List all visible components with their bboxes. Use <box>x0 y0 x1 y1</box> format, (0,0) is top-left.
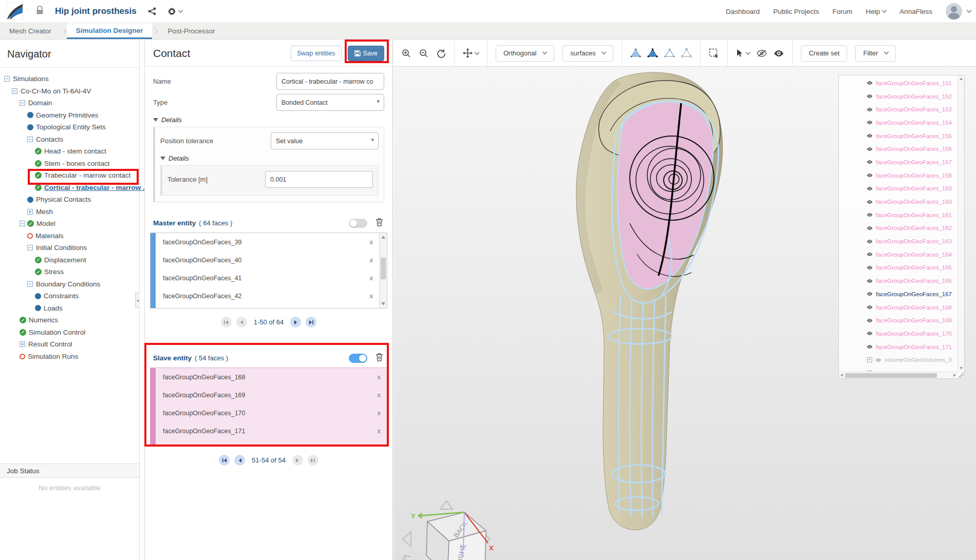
face-list-item[interactable]: faceGroupOnGeoFaces_156 <box>839 142 957 156</box>
select-volume-icon[interactable] <box>630 48 641 59</box>
visibility-eye-icon[interactable] <box>867 318 873 323</box>
face-list-item[interactable]: faceGroupOnGeoFaces_168 <box>839 301 957 314</box>
face-list-item[interactable]: faceGroupOnGeoFaces_169 <box>839 314 957 327</box>
visibility-eye-icon[interactable] <box>867 81 873 85</box>
master-list-scrollbar[interactable] <box>379 233 387 308</box>
face-list-item[interactable]: faceGroupOnGeoFaces_161 <box>839 208 957 222</box>
chevron-down-icon[interactable] <box>967 8 972 13</box>
slave-delete-icon[interactable] <box>376 353 383 363</box>
select-edge-icon[interactable] <box>664 48 675 59</box>
face-list-vscrollbar[interactable] <box>958 75 964 372</box>
collapse-icon[interactable]: − <box>27 137 33 142</box>
visibility-eye-icon[interactable] <box>867 186 873 191</box>
remove-entity-icon[interactable]: x <box>370 238 373 246</box>
collapse-icon[interactable]: − <box>27 245 33 250</box>
visibility-eye-icon[interactable] <box>867 120 873 125</box>
remove-entity-icon[interactable]: x <box>378 427 381 435</box>
viewport-canvas[interactable]: faceGroupOnGeoFaces_151faceGroupOnGeoFac… <box>393 67 976 560</box>
inner-details-toggle[interactable]: Details <box>160 155 379 162</box>
expand-icon[interactable]: + <box>20 341 25 347</box>
expand-icon[interactable]: + <box>27 209 33 215</box>
select-face-icon[interactable] <box>647 48 658 59</box>
tree-item-physical-contacts[interactable]: Physical Contacts <box>0 194 139 206</box>
visibility-eye-icon[interactable] <box>867 213 873 217</box>
visibility-eye-icon[interactable] <box>867 292 873 296</box>
visibility-eye-icon[interactable] <box>867 107 873 112</box>
face-list-item[interactable]: +volumeOnGeoVolumes_4 <box>839 366 957 371</box>
share-icon[interactable] <box>148 7 156 15</box>
page-next-button[interactable] <box>292 455 303 466</box>
visibility-eye-icon[interactable] <box>867 331 873 336</box>
tree-item-numerics[interactable]: ✓Numerics <box>0 314 139 326</box>
tree-item-displacement[interactable]: ✓Displacement <box>0 254 139 266</box>
details-toggle[interactable]: Details <box>153 116 384 124</box>
face-list-item[interactable]: faceGroupOnGeoFaces_162 <box>839 222 957 235</box>
master-highlight-toggle[interactable] <box>349 219 367 228</box>
swap-entities-button[interactable]: Swap entities <box>291 46 341 61</box>
nav-link-username[interactable]: AnnaFless <box>899 8 932 15</box>
page-last-button[interactable] <box>308 455 318 466</box>
face-list-item[interactable]: faceGroupOnGeoFaces_151 <box>839 76 957 90</box>
page-prev-button[interactable] <box>234 455 245 466</box>
select-node-icon[interactable] <box>681 48 692 59</box>
visibility-eye-icon[interactable] <box>867 305 873 310</box>
face-list-item[interactable]: faceGroupOnGeoFaces_157 <box>839 156 957 169</box>
tab-post-processor[interactable]: Post-Processor <box>158 23 224 39</box>
face-list-item[interactable]: faceGroupOnGeoFaces_166 <box>839 274 957 287</box>
face-list-item[interactable]: faceGroupOnGeoFaces_165 <box>839 261 957 275</box>
tree-item-cortical-trabecular-marrow[interactable]: ✓Cortical - trabecular - marrow ... <box>0 182 139 194</box>
navigation-cube[interactable]: BACK RIGHT Y X Z <box>398 499 495 560</box>
expand-icon[interactable]: + <box>867 371 872 371</box>
show-selection-icon[interactable] <box>774 50 784 57</box>
tree-item-simulations[interactable]: −Simulations <box>0 73 139 85</box>
visibility-eye-icon[interactable] <box>867 133 873 138</box>
face-list-item[interactable]: faceGroupOnGeoFaces_164 <box>839 248 957 261</box>
tree-item-materials[interactable]: Materials <box>0 230 139 242</box>
tree-item-trabecular-marrow-contact[interactable]: ✓Trabecular - marrow contact <box>0 169 139 182</box>
visibility-eye-icon[interactable] <box>867 94 873 99</box>
tab-simulation-designer[interactable]: Simulation Designer <box>67 23 153 39</box>
face-list-item[interactable]: faceGroupOnGeoFaces_171 <box>839 340 957 354</box>
face-list-item[interactable]: faceGroupOnGeoFaces_167 <box>839 287 957 301</box>
remove-entity-icon[interactable]: x <box>378 391 381 399</box>
tree-item-geometry-primitives[interactable]: Geometry Primitives <box>0 109 139 122</box>
slave-highlight-toggle[interactable] <box>349 354 367 363</box>
filter-button[interactable]: Filter <box>855 45 896 62</box>
tree-item-contacts[interactable]: −Contacts <box>0 133 139 146</box>
visibility-eye-icon[interactable] <box>867 160 873 164</box>
face-list-item[interactable]: faceGroupOnGeoFaces_160 <box>839 195 957 208</box>
page-prev-button[interactable] <box>236 317 247 327</box>
face-list-item[interactable]: faceGroupOnGeoFaces_154 <box>839 116 957 129</box>
zoom-in-icon[interactable] <box>402 49 411 58</box>
tree-item-domain[interactable]: −Domain <box>0 97 139 109</box>
face-list-item[interactable]: faceGroupOnGeoFaces_170 <box>839 327 957 340</box>
position-tolerance-select[interactable]: Set value <box>271 132 379 149</box>
visibility-eye-icon[interactable] <box>875 358 881 362</box>
collapse-icon[interactable]: − <box>4 76 10 82</box>
face-list-item[interactable]: faceGroupOnGeoFaces_158 <box>839 169 957 182</box>
visibility-eye-icon[interactable] <box>875 371 881 371</box>
nav-link-forum[interactable]: Forum <box>832 8 852 15</box>
face-list-item[interactable]: faceGroupOnGeoFaces_159 <box>839 182 957 196</box>
zoom-out-icon[interactable] <box>419 49 428 58</box>
page-next-button[interactable] <box>290 317 301 327</box>
name-input[interactable] <box>276 73 384 90</box>
type-select[interactable]: Bonded Contact <box>276 94 384 111</box>
collapse-icon[interactable]: − <box>12 88 17 94</box>
visibility-eye-icon[interactable] <box>867 173 873 178</box>
tree-item-result-control[interactable]: +Result Control <box>0 338 139 351</box>
expand-icon[interactable]: + <box>867 357 872 362</box>
tree-item-simulation-control[interactable]: ✓Simulation Control <box>0 326 139 339</box>
create-set-button[interactable]: Create set <box>801 45 847 62</box>
remove-entity-icon[interactable]: x <box>370 256 373 264</box>
nav-link-help[interactable]: Help <box>866 8 886 15</box>
face-list-item[interactable]: faceGroupOnGeoFaces_163 <box>839 235 957 248</box>
tree-item-co-cr-mo-on-ti-6al-4v[interactable]: −Co-Cr-Mo on Ti-6Al-4V <box>0 85 139 98</box>
face-list-item[interactable]: faceGroupOnGeoFaces_152 <box>839 90 957 103</box>
tree-item-boundary-conditions[interactable]: −Boundary Conditions <box>0 278 139 291</box>
tree-item-model[interactable]: −✓Model <box>0 218 139 230</box>
nav-link-dashboard[interactable]: Dashboard <box>726 8 760 15</box>
remove-entity-icon[interactable]: x <box>378 409 381 417</box>
tree-item-stress[interactable]: ✓Stress <box>0 266 139 278</box>
projection-select[interactable]: Orthogonal <box>496 45 554 62</box>
